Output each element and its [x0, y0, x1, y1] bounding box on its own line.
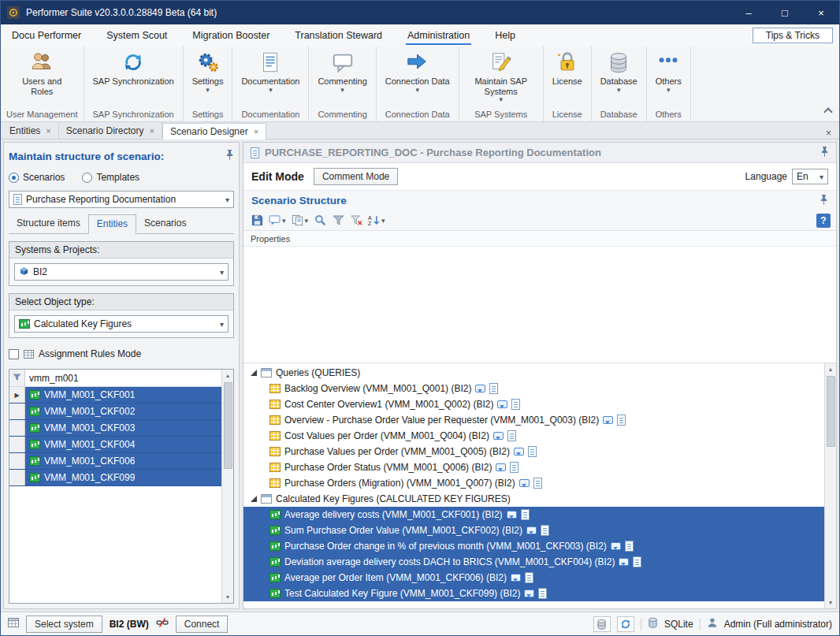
save-button[interactable] — [249, 213, 265, 229]
close-button[interactable]: × — [803, 1, 839, 24]
users-and-roles-button[interactable]: Users and Roles — [10, 46, 73, 97]
properties-header[interactable]: Properties — [243, 231, 836, 247]
comment-icon[interactable] — [511, 574, 521, 582]
comment-icon[interactable] — [497, 400, 507, 408]
comment-icon[interactable] — [611, 542, 621, 550]
table-row[interactable]: VMM_M001_CKF006 — [9, 453, 221, 470]
table-row[interactable]: VMM_M001_CKF099 — [9, 470, 221, 486]
scenario-select-combo[interactable]: Purchase Reporting Documentation ▾ — [9, 191, 234, 208]
document-icon[interactable] — [625, 541, 634, 552]
document-icon[interactable] — [541, 525, 549, 536]
tree-scrollbar[interactable]: ▲ ▼ — [824, 363, 836, 608]
tree-item[interactable]: Cost Center Overview1 (VMM_M001_Q002) (B… — [243, 396, 824, 412]
close-icon[interactable]: × — [823, 128, 834, 139]
tab-structure-items[interactable]: Structure items — [9, 214, 88, 233]
refresh-button[interactable] — [617, 616, 634, 632]
scroll-down-icon[interactable]: ▼ — [222, 591, 233, 603]
menu-help[interactable]: Help — [493, 26, 517, 45]
document-icon[interactable] — [525, 572, 533, 583]
comment-icon[interactable] — [524, 590, 534, 597]
tree-group-queries[interactable]: Queries (QUERIES) — [243, 365, 824, 381]
comment-icon[interactable] — [519, 479, 530, 487]
expander-icon[interactable] — [251, 493, 257, 504]
comment-icon[interactable] — [526, 526, 537, 534]
tree-item[interactable]: Purchase Orders (Migration) (VMM_M001_Q0… — [243, 475, 824, 491]
document-icon[interactable] — [511, 399, 520, 410]
comment-display-button[interactable]: ▾ — [267, 213, 288, 229]
comment-icon[interactable] — [496, 463, 506, 471]
tree-item[interactable]: Cost Values per Order (VMM_M001_Q004) (B… — [243, 428, 824, 444]
scrollbar-thumb[interactable] — [224, 382, 232, 469]
filter-input[interactable]: vmm_m001 — [25, 370, 221, 386]
document-icon[interactable] — [538, 588, 547, 599]
tab-scenarios-inner[interactable]: Scenarios — [136, 214, 194, 233]
comment-icon[interactable] — [507, 511, 517, 519]
table-row[interactable]: ▶ VMM_M001_CKF001 — [9, 387, 221, 404]
left-grid-scrollbar[interactable]: ▲ ▼ — [221, 370, 233, 603]
others-button[interactable]: Others ▾ — [649, 46, 688, 95]
tab-scenario-designer[interactable]: Scenario Designer × — [162, 123, 266, 139]
database-button[interactable]: Database ▾ — [594, 46, 644, 95]
tab-entities[interactable]: Entities × — [2, 122, 59, 139]
close-icon[interactable]: × — [254, 127, 258, 136]
filter-button[interactable] — [330, 213, 346, 229]
document-icon[interactable] — [521, 509, 530, 520]
comment-icon[interactable] — [619, 558, 629, 566]
sap-synchronization-button[interactable]: SAP Synchronization — [87, 46, 180, 87]
tree-item[interactable]: Backlog Overview (VMM_M001_Q001) (BI2) — [243, 381, 824, 396]
close-icon[interactable]: × — [46, 126, 50, 136]
menu-administration[interactable]: Administration — [406, 26, 471, 45]
menu-translation-steward[interactable]: Translation Steward — [293, 26, 384, 45]
document-icon[interactable] — [528, 446, 537, 457]
radio-scenarios[interactable]: Scenarios — [9, 172, 65, 183]
table-row[interactable]: VMM_M001_CKF004 — [9, 437, 221, 453]
database-tool-button[interactable] — [593, 616, 611, 632]
scrollbar-thumb[interactable] — [827, 376, 835, 447]
document-icon[interactable] — [510, 462, 518, 473]
tree-item[interactable]: Test Calculated Key Figure (VMM_M001_CKF… — [243, 586, 824, 601]
settings-button[interactable]: Settings ▾ — [186, 46, 230, 95]
comment-mode-button[interactable]: Comment Mode — [314, 168, 398, 185]
tips-and-tricks-button[interactable]: Tips & Tricks — [753, 28, 833, 43]
tree-item[interactable]: Sum Purchase Order Value (VMM_M001_CKF00… — [243, 523, 824, 538]
documentation-button[interactable]: Documentation ▾ — [235, 46, 306, 95]
system-combo[interactable]: BI2 ▾ — [14, 263, 229, 281]
pin-icon[interactable] — [820, 147, 829, 159]
clear-filter-button[interactable] — [348, 213, 364, 229]
menu-migration-booster[interactable]: Migration Booster — [191, 26, 271, 45]
radio-templates[interactable]: Templates — [82, 172, 139, 183]
maximize-button[interactable]: □ — [767, 1, 803, 24]
connection-data-button[interactable]: Connection Data ▾ — [379, 46, 456, 95]
sort-button[interactable]: AZ▾ — [366, 213, 387, 229]
scroll-up-icon[interactable]: ▲ — [825, 363, 836, 375]
pin-icon[interactable] — [820, 195, 828, 207]
document-icon[interactable] — [617, 415, 626, 426]
commenting-button[interactable]: Commenting ▾ — [311, 46, 373, 95]
collapse-ribbon-icon[interactable] — [823, 107, 832, 116]
tab-scenario-directory[interactable]: Scenario Directory × — [59, 122, 162, 139]
menu-docu-performer[interactable]: Docu Performer — [10, 26, 83, 45]
assignment-rules-checkbox[interactable] — [9, 349, 19, 359]
tree-item[interactable]: Overview - Purchase Order Value per Requ… — [243, 412, 824, 428]
close-icon[interactable]: × — [150, 126, 154, 136]
copy-button[interactable]: ▾ — [290, 213, 310, 229]
document-icon[interactable] — [489, 383, 498, 394]
minimize-button[interactable]: – — [730, 1, 767, 24]
tree-item[interactable]: Average per Order Item (VMM_M001_CKF006)… — [243, 570, 824, 586]
filter-row[interactable]: vmm_m001 — [9, 370, 221, 387]
menu-system-scout[interactable]: System Scout — [105, 26, 169, 45]
document-icon[interactable] — [507, 430, 516, 441]
document-icon[interactable] — [633, 556, 641, 567]
language-combo[interactable]: En ▾ — [792, 169, 828, 184]
tab-entities-inner[interactable]: Entities — [88, 214, 136, 234]
tree-item[interactable]: Purchase Order Status (VMM_M001_Q006) (B… — [243, 459, 824, 475]
comment-icon[interactable] — [493, 432, 504, 440]
comment-icon[interactable] — [475, 385, 485, 392]
comment-icon[interactable] — [514, 448, 524, 456]
tree-item[interactable]: Deviation average delivery costs DACH to… — [243, 554, 824, 570]
document-icon[interactable] — [533, 478, 542, 489]
search-button[interactable] — [312, 213, 328, 229]
tree-group-calculated-key-figures[interactable]: Calculated Key Figures (CALCULATED KEY F… — [243, 491, 824, 507]
tree-item[interactable]: Purchase Values per Order (VMM_M001_Q005… — [243, 444, 824, 459]
tree-item[interactable]: Average delivery costs (VMM_M001_CKF001)… — [243, 507, 824, 523]
